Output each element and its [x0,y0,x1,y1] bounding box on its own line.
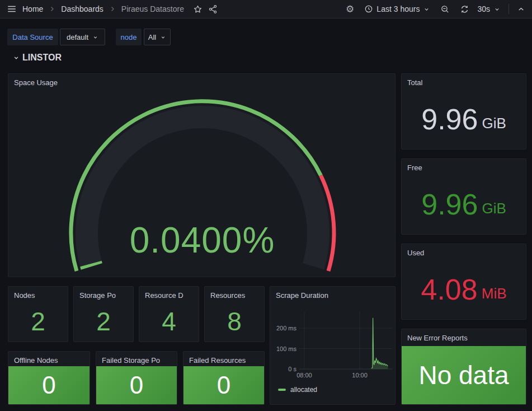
panel-used: Used 4.08 MiB [401,244,526,320]
nodes-value: 2 [8,301,68,342]
chevron-down-icon [493,6,501,13]
y-axis-tick: 0 s [288,366,296,372]
refresh-interval-label: 30s [477,4,490,13]
panel-resource-definitions: Resource D 4 [139,286,199,342]
row-title: LINSTOR [22,53,62,63]
resource-definitions-value: 4 [139,301,199,342]
failed-resources-value: 0 [183,366,264,404]
panel-title[interactable]: Free [402,159,526,172]
time-range-picker[interactable]: Last 3 hours [364,4,430,13]
chevron-down-icon [423,6,430,13]
panel-title[interactable]: Failed Storage Po [96,352,177,365]
panel-offline-nodes: Offline Nodes 0 [8,351,90,405]
data-source-value: default [67,33,88,41]
used-value: 4.08 [421,275,478,304]
panel-total: Total 9.96 GiB [401,73,526,150]
panel-new-error-reports: New Error Reports No data [401,329,526,405]
legend-swatch [278,389,286,391]
panel-failed-storage-pools: Failed Storage Po 0 [96,351,177,405]
legend-label: allocated [290,386,317,394]
menu-icon[interactable] [7,4,17,14]
panel-title[interactable]: Failed Resources [183,352,264,365]
failed-storage-pools-value: 0 [96,366,177,404]
free-unit: GiB [482,193,506,216]
zoom-out-icon[interactable] [440,4,450,14]
resources-value: 8 [205,301,264,342]
panel-title[interactable]: Offline Nodes [8,352,90,365]
used-unit: MiB [482,278,507,301]
time-range-label: Last 3 hours [376,4,420,13]
breadcrumb-home[interactable]: Home [22,4,43,13]
panel-scrape-duration: 200 ms100 ms0 s08:0010:00 Scrape Duratio… [270,286,396,405]
breadcrumb-separator-icon [109,6,116,12]
panel-title[interactable]: Storage Po [74,287,133,300]
panel-failed-resources: Failed Resources 0 [183,351,265,405]
panel-space-usage: Space Usage 0.0400% [8,73,396,277]
panel-nodes: Nodes 2 [8,286,68,342]
total-unit: GiB [482,108,506,130]
panel-resources: Resources 8 [204,286,265,342]
offline-nodes-value: 0 [8,366,90,404]
panel-title[interactable]: Total [402,74,526,87]
chevron-down-icon [160,34,166,40]
panel-free: Free 9.96 GiB [401,158,526,235]
data-source-label: Data Source [7,29,58,45]
breadcrumb-dashboards[interactable]: Dashboards [61,4,103,13]
node-variable-label: node [116,29,142,45]
panel-storage-pools: Storage Po 2 [73,286,134,342]
storage-pools-value: 2 [74,301,133,342]
free-value: 9.96 [421,190,478,219]
refresh-interval-picker[interactable]: 30s [477,4,501,13]
panel-title[interactable]: Scrape Duration [270,287,395,300]
chevron-down-icon [12,54,20,62]
collapse-toolbar-icon[interactable] [517,5,525,13]
clock-icon [364,4,373,13]
data-source-select[interactable]: default [60,29,105,45]
chart-legend[interactable]: allocated [278,386,317,394]
grafana-dashboard: Home Dashboards Piraeus Datastore ⚙ Last… [0,0,532,411]
y-axis-tick: 100 ms [276,345,297,352]
gauge-value: 0.0400% [8,219,396,261]
chevron-down-icon [92,34,98,40]
panel-title[interactable]: Nodes [8,287,68,300]
new-error-reports-value: No data [402,346,526,404]
panel-title[interactable]: Resources [205,287,264,300]
row-linstor-toggle[interactable]: LINSTOR [12,53,62,63]
y-axis-tick: 200 ms [276,325,297,331]
x-axis-tick: 08:00 [296,372,312,379]
breadcrumb-separator-icon [49,6,55,12]
total-value: 9.96 [421,105,478,134]
panel-title[interactable]: New Error Reports [402,329,526,342]
panel-title[interactable]: Resource D [139,287,199,300]
share-icon[interactable] [208,4,218,14]
star-icon[interactable] [193,4,203,14]
x-axis-tick: 10:00 [352,372,368,379]
top-toolbar: Home Dashboards Piraeus Datastore ⚙ Last… [0,0,532,18]
toolbar-divider [509,4,509,14]
node-variable-select[interactable]: All [144,29,171,45]
node-variable-value: All [148,33,156,41]
dashboard-settings-icon[interactable]: ⚙ [346,4,354,14]
panel-title[interactable]: Used [402,244,526,257]
refresh-icon[interactable] [460,4,469,14]
breadcrumb-current-dashboard: Piraeus Datastore [121,4,184,13]
